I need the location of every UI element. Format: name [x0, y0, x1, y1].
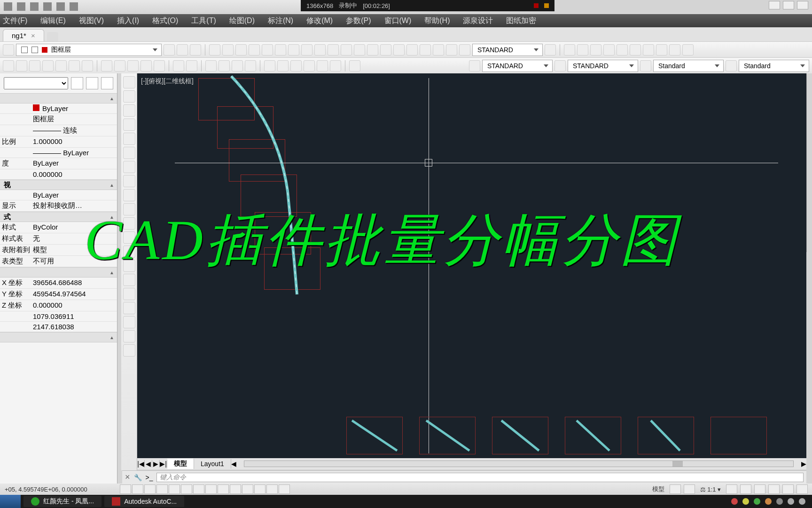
dim-arc[interactable]	[235, 44, 247, 56]
prop-row[interactable]: Y 坐标4595454.974564	[0, 289, 117, 300]
tablestyle-icon[interactable]	[640, 60, 651, 71]
command-input[interactable]: 键入命令	[156, 473, 804, 482]
layout-next[interactable]: ▶	[152, 460, 160, 468]
right-palette-collapsed[interactable]	[806, 73, 812, 252]
polygon-tool[interactable]	[123, 119, 135, 131]
maximize-button[interactable]	[783, 1, 794, 9]
quick-select-btn[interactable]	[71, 77, 83, 89]
mlstyle-dropdown[interactable]: Standard	[739, 60, 809, 72]
menu-window[interactable]: 窗口(W)	[384, 16, 412, 26]
prop-row[interactable]: ———— 连续	[0, 125, 117, 136]
markup[interactable]	[317, 60, 328, 71]
annoscale[interactable]: ⚖ 1:1 ▾	[697, 486, 724, 493]
line-tool[interactable]	[123, 76, 135, 88]
lwt-toggle[interactable]	[230, 484, 241, 494]
menu-help[interactable]: 帮助(H)	[424, 16, 450, 26]
dim-diameter[interactable]	[288, 44, 299, 56]
qat-new[interactable]	[17, 2, 25, 11]
tpy-toggle[interactable]	[242, 484, 253, 494]
menu-edit[interactable]: 编辑(E)	[40, 16, 65, 26]
prop-row[interactable]: 0.000000	[0, 169, 117, 180]
ducs-toggle[interactable]	[205, 484, 217, 494]
status-hw[interactable]	[768, 484, 780, 494]
dim-inspect[interactable]	[406, 44, 418, 56]
dim-break[interactable]	[367, 44, 378, 56]
prop-row[interactable]: ByLayer	[0, 103, 117, 114]
dim-center[interactable]	[393, 44, 405, 56]
tab-model[interactable]: 模型	[167, 459, 194, 469]
task-music[interactable]: 红颜先生 - 凤凰...	[23, 496, 102, 507]
publish-btn[interactable]	[69, 60, 80, 71]
tray-3[interactable]	[754, 498, 760, 505]
cmdline-wrench-icon[interactable]: 🔧	[134, 474, 142, 481]
menu-encrypt[interactable]: 图纸加密	[506, 16, 536, 26]
textstyle-dropdown[interactable]: STANDARD	[482, 60, 553, 72]
text-find[interactable]	[603, 44, 615, 56]
help-btn[interactable]	[349, 60, 360, 71]
otrack-toggle[interactable]	[193, 484, 204, 494]
prop-row[interactable]: ———— ByLayer	[0, 148, 117, 158]
prop-row[interactable]: 比例1.000000	[0, 136, 117, 148]
rec-pause[interactable]	[544, 3, 549, 8]
gradient-tool[interactable]	[123, 288, 135, 300]
minimize-button[interactable]	[769, 1, 780, 9]
prop-row[interactable]: 度ByLayer	[0, 158, 117, 169]
pickadd-btn[interactable]	[101, 77, 113, 89]
pan-btn[interactable]	[205, 60, 217, 71]
menu-format[interactable]: 格式(O)	[152, 16, 178, 26]
circle-tool[interactable]	[123, 161, 135, 173]
dcenter-btn[interactable]	[277, 60, 289, 71]
cut-btn[interactable]	[101, 60, 112, 71]
close-button[interactable]	[797, 1, 808, 9]
save-btn[interactable]	[29, 60, 40, 71]
print-btn[interactable]	[42, 60, 54, 71]
prop-row[interactable]: X 坐标396564.686488	[0, 278, 117, 289]
text-justify[interactable]	[669, 44, 680, 56]
ortho-toggle[interactable]	[144, 484, 156, 494]
tab-layout1[interactable]: Layout1	[194, 459, 231, 468]
prop-row[interactable]: ByLayer	[0, 190, 117, 200]
rec-stop[interactable]	[534, 3, 539, 8]
undo-btn[interactable]	[173, 60, 184, 71]
dim-tolerance[interactable]	[380, 44, 391, 56]
layer-iso-btn[interactable]	[177, 44, 188, 56]
dim-jogline[interactable]	[420, 44, 431, 56]
layers-icon[interactable]	[3, 44, 14, 56]
block-btn[interactable]	[154, 60, 165, 71]
group-3dvisual[interactable]: 视	[0, 180, 117, 190]
calc-btn[interactable]	[330, 60, 341, 71]
new-btn[interactable]	[3, 60, 14, 71]
tool-palette[interactable]	[290, 60, 302, 71]
cmdline-close[interactable]: ×	[125, 472, 130, 482]
dim-ordinate[interactable]	[249, 44, 260, 56]
zoom-btn[interactable]	[219, 60, 230, 71]
text-edit[interactable]	[590, 44, 601, 56]
props-btn[interactable]	[264, 60, 275, 71]
select-objects-btn[interactable]	[86, 77, 98, 89]
pline-tool[interactable]	[123, 104, 135, 117]
xline-tool[interactable]	[123, 90, 135, 103]
qat-open[interactable]	[30, 2, 39, 11]
grid-toggle[interactable]	[132, 484, 143, 494]
dim-angular[interactable]	[301, 44, 312, 56]
qat-undo[interactable]	[56, 2, 65, 11]
doc-tab-close[interactable]: ×	[31, 32, 35, 40]
menu-file[interactable]: 文件(F)	[3, 16, 27, 26]
text-field[interactable]	[630, 44, 641, 56]
tray-1[interactable]	[731, 498, 738, 505]
dimstyle-dropdown[interactable]: STANDARD	[472, 44, 543, 56]
menu-insert[interactable]: 插入(I)	[117, 16, 139, 26]
status-grid[interactable]	[670, 484, 681, 494]
arc-tool[interactable]	[123, 147, 135, 159]
layer-state-btn[interactable]	[164, 44, 175, 56]
dyn-toggle[interactable]	[218, 484, 229, 494]
prop-row[interactable]: 1079.036911	[0, 311, 117, 322]
group-misc[interactable]	[0, 332, 117, 342]
dim-jogged[interactable]	[275, 44, 286, 56]
3dosnap-toggle[interactable]	[181, 484, 192, 494]
tray-5[interactable]	[776, 498, 783, 505]
open-btn[interactable]	[16, 60, 27, 71]
qp-toggle[interactable]	[254, 484, 265, 494]
menu-view[interactable]: 视图(V)	[79, 16, 104, 26]
tray-4[interactable]	[765, 498, 772, 505]
